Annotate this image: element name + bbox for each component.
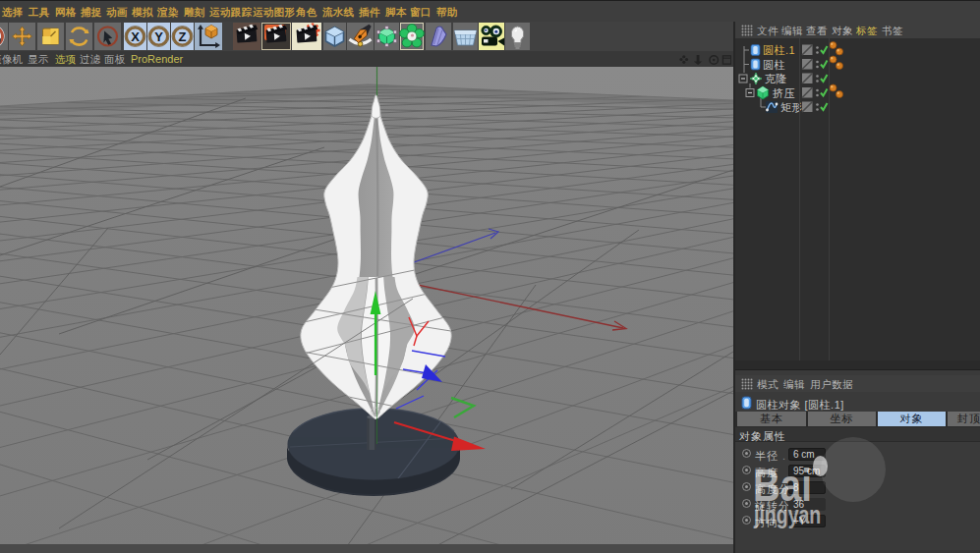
svg-text:挤压: 挤压 — [772, 87, 795, 99]
svg-text:Z: Z — [179, 29, 187, 44]
svg-text:Y: Y — [154, 29, 163, 44]
svg-text:圆柱.1: 圆柱.1 — [763, 44, 795, 56]
svg-text:X: X — [131, 29, 140, 44]
svg-text:克隆: 克隆 — [765, 73, 787, 84]
svg-text:圆柱: 圆柱 — [763, 59, 785, 71]
